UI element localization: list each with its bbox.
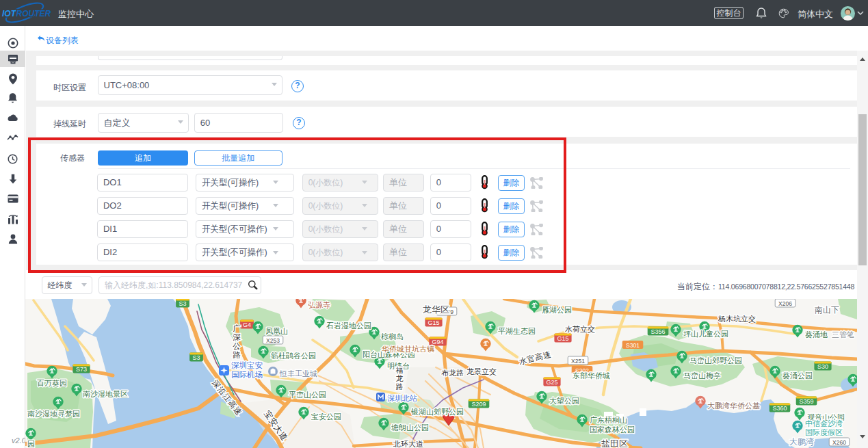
svg-text:弘源寺: 弘源寺 <box>308 301 330 309</box>
svg-text:银湖山郊野公园: 银湖山郊野公园 <box>410 408 464 416</box>
svg-text:三管笔: 三管笔 <box>832 330 854 339</box>
svg-text:G15: G15 <box>557 335 568 342</box>
svg-text:中信金沙湾: 中信金沙湾 <box>805 419 843 427</box>
svg-text:S3: S3 <box>192 354 200 361</box>
svg-text:大望公园: 大望公园 <box>549 397 579 405</box>
svg-text:G15: G15 <box>428 319 439 326</box>
svg-text:S73: S73 <box>76 366 87 373</box>
svg-text:马峦山梅亭: 马峦山梅亭 <box>683 371 721 380</box>
svg-text:X206: X206 <box>778 300 792 307</box>
svg-text:南山下: 南山下 <box>815 305 839 315</box>
svg-text:G4: G4 <box>243 321 251 328</box>
svg-text:平峦山公园: 平峦山公园 <box>289 391 326 399</box>
svg-text:国际机场: 国际机场 <box>231 371 263 379</box>
svg-text:S209: S209 <box>471 401 486 408</box>
svg-text:路: 路 <box>233 351 241 359</box>
svg-text:龙华区: 龙华区 <box>423 304 449 315</box>
svg-text:布龙路: 布龙路 <box>441 369 464 377</box>
svg-text:广: 广 <box>233 324 241 332</box>
svg-text:IOT: IOT <box>2 9 17 18</box>
svg-text:北环大道: 北环大道 <box>393 440 423 448</box>
svg-text:凤凰山: 凤凰山 <box>265 327 288 335</box>
svg-text:簕杜鹃谷公园: 簕杜鹃谷公园 <box>271 352 316 360</box>
svg-text:石岩湿地公园: 石岩湿地公园 <box>326 321 371 330</box>
svg-text:S30: S30 <box>817 363 828 370</box>
svg-text:恒丰工业城: 恒丰工业城 <box>279 369 317 378</box>
svg-text:塘朗山公园: 塘朗山公园 <box>391 423 429 432</box>
svg-text:深圳宝安: 深圳宝安 <box>231 361 263 369</box>
svg-text:国家森林公园: 国家森林公园 <box>590 425 635 434</box>
svg-text:S301: S301 <box>626 342 640 349</box>
svg-text:大鹏湾: 大鹏湾 <box>789 437 814 447</box>
svg-text:X260: X260 <box>832 439 846 446</box>
svg-text:ROUTER: ROUTER <box>16 9 51 18</box>
svg-text:深圳北站: 深圳北站 <box>387 394 417 402</box>
svg-text:龙景立交: 龙景立交 <box>466 367 497 375</box>
svg-text:葵涌地: 葵涌地 <box>805 330 828 339</box>
svg-text:南沙湿地寻梦园: 南沙湿地寻梦园 <box>27 410 80 418</box>
svg-text:东部华侨城: 东部华侨城 <box>573 371 610 380</box>
svg-text:宝安公园: 宝安公园 <box>311 412 341 421</box>
svg-text:G25: G25 <box>546 379 557 386</box>
svg-text:公: 公 <box>233 342 241 350</box>
svg-text:广东梧桐山: 广东梧桐山 <box>590 416 627 424</box>
svg-text:深: 深 <box>233 333 241 341</box>
svg-text:盐田区: 盐田区 <box>601 438 628 448</box>
svg-text:龙: 龙 <box>396 374 404 382</box>
svg-text:平湖生态园: 平湖生态园 <box>498 327 536 335</box>
svg-text:葵涌公园: 葵涌公园 <box>782 371 813 380</box>
svg-text:南沙湿地景区: 南沙湿地景区 <box>83 390 128 398</box>
svg-text:S360: S360 <box>772 405 787 412</box>
svg-text:坪山儿童公园: 坪山儿童公园 <box>683 330 728 338</box>
svg-text:雁湖公园: 雁湖公园 <box>542 306 572 314</box>
svg-text:X251: X251 <box>571 358 585 365</box>
svg-text:S3: S3 <box>179 300 186 307</box>
svg-text:华侨城甘坑古镇: 华侨城甘坑古镇 <box>381 345 434 353</box>
svg-text:百万葵园: 百万葵园 <box>37 379 67 387</box>
svg-text:S359: S359 <box>799 398 813 405</box>
svg-text:棕榈岛: 棕榈岛 <box>381 332 404 341</box>
svg-text:园: 园 <box>27 440 35 448</box>
svg-text:X253: X253 <box>266 337 280 344</box>
svg-text:大鹏湾华侨公墓: 大鹏湾华侨公墓 <box>707 401 760 410</box>
svg-text:马峦山郊野公园: 马峦山郊野公园 <box>689 356 742 365</box>
svg-text:水荷立交: 水荷立交 <box>565 325 595 333</box>
svg-text:杨木坑立交: 杨木坑立交 <box>718 315 756 323</box>
svg-text:福: 福 <box>396 366 404 374</box>
svg-text:S356: S356 <box>650 328 665 335</box>
svg-text:国际度假区: 国际度假区 <box>805 428 843 436</box>
svg-text:路: 路 <box>396 382 404 391</box>
